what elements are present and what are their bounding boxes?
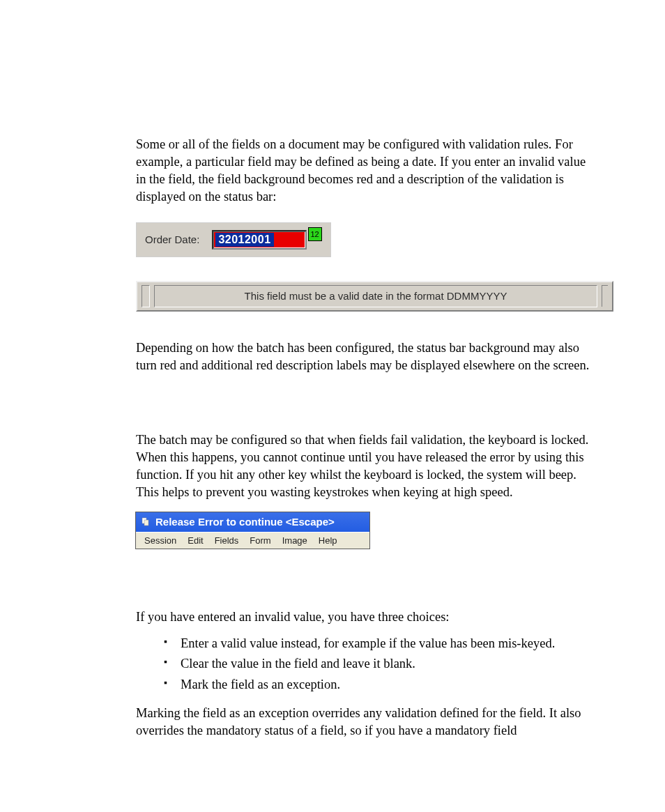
choice-item: Enter a valid value instead, for example… (164, 634, 596, 654)
app-icon (140, 516, 151, 528)
menu-help[interactable]: Help (313, 534, 343, 547)
menu-image[interactable]: Image (277, 534, 313, 547)
menu-session[interactable]: Session (139, 534, 182, 547)
menu-edit[interactable]: Edit (182, 534, 208, 547)
menu-bar: Session Edit Fields Form Image Help (136, 532, 369, 549)
choices-list: Enter a valid value instead, for example… (164, 634, 596, 695)
calendar-icon[interactable]: 12 (308, 227, 322, 241)
status-bar-cell-left (142, 285, 150, 307)
menu-fields[interactable]: Fields (209, 534, 245, 547)
document-page: Some or all of the fields on a document … (0, 0, 665, 812)
order-date-field-example: Order Date: 32012001 12 (136, 222, 331, 257)
menu-form[interactable]: Form (244, 534, 276, 547)
paragraph-keyboard-lock: The batch may be configured so that when… (136, 431, 596, 501)
svg-rect-1 (144, 520, 148, 526)
paragraph-batch-config: Depending on how the batch has been conf… (136, 339, 596, 374)
status-bar: This field must be a valid date in the f… (136, 281, 613, 312)
window-title: Release Error to continue <Escape> (155, 516, 335, 528)
status-bar-cell-right (602, 285, 608, 307)
order-date-label: Order Date: (145, 233, 199, 245)
window-titlebar: Release Error to continue <Escape> (136, 512, 369, 532)
choice-item: Clear the value in the field and leave i… (164, 654, 596, 674)
paragraph-intro: Some or all of the fields on a document … (136, 136, 596, 206)
release-error-window: Release Error to continue <Escape> Sessi… (136, 512, 369, 549)
order-date-input[interactable]: 32012001 (212, 230, 306, 250)
order-date-value: 32012001 (215, 233, 273, 247)
paragraph-choices-intro: If you have entered an invalid value, yo… (136, 608, 596, 626)
status-bar-message: This field must be a valid date in the f… (154, 285, 597, 307)
paragraph-exception: Marking the field as an exception overri… (136, 705, 596, 740)
choice-item: Mark the field as an exception. (164, 675, 596, 695)
